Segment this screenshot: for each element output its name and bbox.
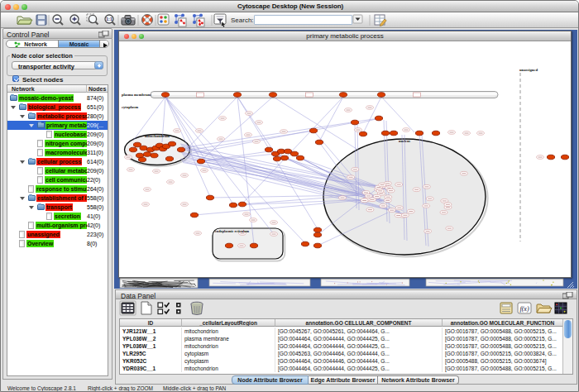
svg-text:cytoplasm: cytoplasm [122,105,139,109]
svg-text:unassigned: unassigned [519,68,538,72]
svg-text:f(x): f(x) [519,305,529,313]
svg-text:plasma membrane: plasma membrane [122,93,152,97]
svg-text:mitochondrion: mitochondrion [145,134,170,138]
svg-text:1:1: 1:1 [106,17,112,22]
svg-text:nucleus: nucleus [399,139,410,143]
svg-text:endoplasmic reticulum: endoplasmic reticulum [215,229,250,233]
